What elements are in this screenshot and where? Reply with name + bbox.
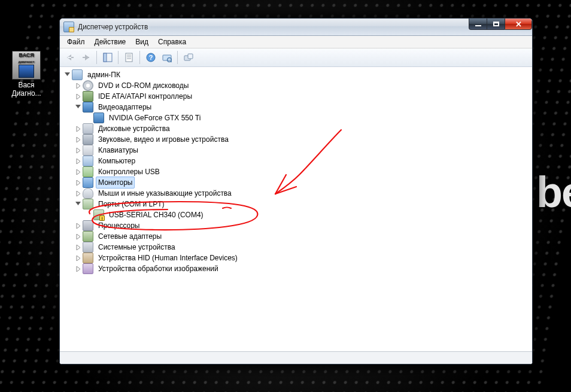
separator-icon xyxy=(177,51,178,64)
tree-label: Мыши и иные указывающие устройства xyxy=(96,187,234,199)
help-icon: ? xyxy=(146,53,156,62)
desktop-shortcut-vasya[interactable]: ВАСЯ диагност Вася Диагно... xyxy=(5,51,48,98)
tree-label: Устройства обработки изображений xyxy=(96,263,221,275)
disk-drive-icon xyxy=(83,123,93,134)
window-controls: ✕ xyxy=(469,18,532,30)
tree-root[interactable]: админ-ПК xyxy=(63,69,532,80)
tree-cat-sys[interactable]: Системные устройства xyxy=(63,242,532,253)
expand-icon[interactable] xyxy=(74,168,81,175)
hid-icon xyxy=(83,253,93,263)
scan-hardware-icon xyxy=(162,53,172,62)
tree-cat-cpus[interactable]: Процессоры xyxy=(63,220,532,231)
tree-label: админ-ПК xyxy=(85,69,123,81)
cpu-icon xyxy=(83,220,93,231)
expand-icon[interactable] xyxy=(74,157,81,165)
mouse-icon xyxy=(83,188,93,199)
minimize-button[interactable] xyxy=(469,18,487,30)
separator-icon xyxy=(96,51,97,64)
tree-cat-keyboards[interactable]: Клавиатуры xyxy=(63,145,532,156)
tree-label: Компьютер xyxy=(96,155,138,167)
tree-label: USB-SERIAL CH340 (COM4) xyxy=(107,209,206,221)
properties-icon xyxy=(124,53,134,62)
tree-label: Порты (COM и LPT) xyxy=(96,198,167,210)
tree-cat-usb[interactable]: Контроллеры USB xyxy=(63,166,532,177)
tree-cat-mice[interactable]: Мыши и иные указывающие устройства xyxy=(63,188,532,199)
tree-label: IDE ATA/ATAPI контроллеры xyxy=(96,90,195,102)
tree-item-usb-serial[interactable]: USB-SERIAL CH340 (COM4) xyxy=(63,209,532,220)
show-hidden-button[interactable] xyxy=(181,50,196,65)
menu-action[interactable]: Действие xyxy=(90,37,131,47)
device-tree[interactable]: админ-ПК DVD и CD-ROM дисководы IDE ATA/… xyxy=(60,67,532,351)
tree-label-selected: Мониторы xyxy=(96,177,135,189)
menu-view[interactable]: Вид xyxy=(130,37,153,47)
maximize-button[interactable] xyxy=(487,18,505,30)
svg-line-10 xyxy=(171,61,172,62)
tree-cat-hid[interactable]: Устройства HID (Human Interface Devices) xyxy=(63,253,532,263)
expand-icon[interactable] xyxy=(74,222,81,229)
expand-icon[interactable] xyxy=(74,179,81,186)
collapse-icon[interactable] xyxy=(74,200,81,208)
tree-label: Клавиатуры xyxy=(96,144,141,156)
tree-cat-monitors[interactable]: Мониторы xyxy=(63,177,532,188)
expand-icon[interactable] xyxy=(74,82,81,89)
expand-icon[interactable] xyxy=(74,244,81,251)
tree-cat-disks[interactable]: Дисковые устройства xyxy=(63,123,532,134)
tree-cat-dvd[interactable]: DVD и CD-ROM дисководы xyxy=(63,80,532,91)
close-button[interactable]: ✕ xyxy=(505,18,532,30)
desktop-shortcut-badge-top: ВАСЯ xyxy=(19,53,34,58)
device-manager-window: Диспетчер устройств ✕ Файл Действие Вид … xyxy=(59,18,533,364)
expand-icon[interactable] xyxy=(74,147,81,154)
tree-cat-computer[interactable]: Компьютер xyxy=(63,156,532,166)
help-button[interactable]: ? xyxy=(143,50,158,65)
svg-rect-12 xyxy=(188,54,193,59)
collapse-icon[interactable] xyxy=(74,104,81,111)
nav-back-button xyxy=(62,50,77,65)
collapse-icon[interactable] xyxy=(63,71,71,78)
expand-icon[interactable] xyxy=(74,125,81,132)
tree-cat-net[interactable]: Сетевые адаптеры xyxy=(63,231,532,242)
controller-icon xyxy=(83,91,93,102)
menu-file[interactable]: Файл xyxy=(62,37,90,47)
tree-label: Процессоры xyxy=(96,220,142,232)
client-area: админ-ПК DVD и CD-ROM дисководы IDE ATA/… xyxy=(60,67,532,364)
tree-label: Дисковые устройства xyxy=(96,123,172,135)
scan-hardware-button[interactable] xyxy=(159,50,174,65)
display-adapter-icon xyxy=(93,113,104,123)
titlebar[interactable]: Диспетчер устройств ✕ xyxy=(60,19,532,36)
expand-icon[interactable] xyxy=(74,93,81,100)
port-icon-warning xyxy=(93,209,104,220)
tree-label: Устройства HID (Human Interface Devices) xyxy=(96,252,240,264)
expand-icon[interactable] xyxy=(74,265,81,272)
expand-icon[interactable] xyxy=(74,233,81,240)
desktop-shortcut-icon: ВАСЯ диагност xyxy=(12,51,41,80)
statusbar xyxy=(60,351,532,364)
usb-controller-icon xyxy=(83,166,93,177)
tree-cat-video[interactable]: Видеоадаптеры xyxy=(63,102,532,113)
properties-button[interactable] xyxy=(122,50,136,65)
separator-icon xyxy=(139,51,140,64)
sound-device-icon xyxy=(83,134,93,145)
minimize-icon xyxy=(475,25,481,26)
tree-item-gpu[interactable]: NVIDIA GeForce GTX 550 Ti xyxy=(63,113,532,123)
separator-icon xyxy=(118,51,119,64)
keyboard-icon xyxy=(83,145,93,156)
expand-icon[interactable] xyxy=(74,190,81,197)
tree-cat-ports[interactable]: Порты (COM и LPT) xyxy=(63,199,532,209)
display-adapter-icon xyxy=(83,102,93,113)
desktop-watermark: bel xyxy=(536,168,571,217)
expand-icon[interactable] xyxy=(74,136,81,143)
show-hide-console-tree-button[interactable] xyxy=(100,50,115,65)
menubar: Файл Действие Вид Справка xyxy=(60,36,532,48)
tree-label: Контроллеры USB xyxy=(96,166,162,178)
tree-cat-ide[interactable]: IDE ATA/ATAPI контроллеры xyxy=(63,91,532,102)
desktop-shortcut-glyph xyxy=(19,65,34,78)
computer-icon xyxy=(72,69,83,80)
expand-icon[interactable] xyxy=(74,254,81,262)
monitor-icon xyxy=(83,177,93,188)
tree-cat-sound[interactable]: Звуковые, видео и игровые устройства xyxy=(63,134,532,145)
tree-label: Звуковые, видео и игровые устройства xyxy=(96,133,231,145)
menu-help[interactable]: Справка xyxy=(153,37,191,47)
tree-cat-imaging[interactable]: Устройства обработки изображений xyxy=(63,263,532,274)
maximize-icon xyxy=(493,22,499,26)
svg-rect-1 xyxy=(104,53,107,62)
